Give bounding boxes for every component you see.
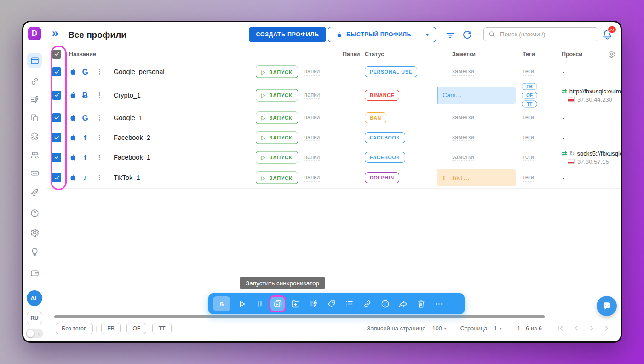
tags-link[interactable]: теги xyxy=(523,174,534,182)
column-settings-button[interactable] xyxy=(608,50,615,58)
sidebar-collapse-icon[interactable]: » xyxy=(52,28,58,39)
launch-button[interactable]: ▷ЗАПУСК xyxy=(256,151,298,163)
delete-button[interactable] xyxy=(412,293,430,314)
header-notes[interactable]: Заметки xyxy=(452,51,476,58)
bulk-start-button[interactable] xyxy=(233,293,251,314)
tag-filter-button[interactable]: OF xyxy=(126,323,146,334)
folders-link[interactable]: папки xyxy=(304,68,320,76)
select-all-checkbox[interactable] xyxy=(52,50,61,59)
proxy-rotate-icon[interactable]: ↻ xyxy=(569,150,575,156)
row-menu-icon[interactable]: ⋮ xyxy=(96,91,103,99)
launch-button[interactable]: ▷ЗАПУСК xyxy=(256,111,298,124)
row-checkbox[interactable] xyxy=(52,67,61,76)
sidebar-item-proxy[interactable] xyxy=(27,74,42,88)
header-proxy[interactable]: Прокси xyxy=(562,51,582,58)
notes-link[interactable]: заметки xyxy=(452,114,474,121)
status-badge[interactable]: FACEBOOK xyxy=(365,132,405,143)
profile-name[interactable]: TikTok_1 xyxy=(114,174,140,181)
share-button[interactable] xyxy=(394,293,412,314)
page-select[interactable]: 1▾ xyxy=(494,325,502,332)
proxy-cell[interactable]: ⇄↻socks5://fbxusqic:eu 37.30.57.15 xyxy=(562,150,622,165)
quick-profile-dropdown[interactable]: ▾ xyxy=(419,27,436,42)
assign-tag-button[interactable] xyxy=(322,293,340,314)
header-tags[interactable]: Теги xyxy=(523,51,535,58)
row-checkbox[interactable] xyxy=(52,113,61,122)
row-menu-icon[interactable]: ⋮ xyxy=(96,114,103,122)
theme-toggle[interactable]: ☼ xyxy=(26,329,43,338)
launch-button[interactable]: ▷ЗАПУСК xyxy=(256,131,298,144)
sidebar-item-wallet[interactable] xyxy=(27,266,42,280)
row-menu-icon[interactable]: ⋮ xyxy=(96,173,103,182)
status-badge[interactable]: FACEBOOK xyxy=(365,152,405,163)
status-badge[interactable]: PERSONAL USE xyxy=(365,66,417,77)
launch-button[interactable]: ▷ЗАПУСК xyxy=(256,172,298,184)
support-chat-button[interactable] xyxy=(597,296,617,316)
cookies-button[interactable] xyxy=(376,293,394,314)
first-page-icon[interactable] xyxy=(557,324,564,332)
note-preview[interactable]: Cam… xyxy=(437,87,516,104)
row-menu-icon[interactable]: ⋮ xyxy=(96,153,103,162)
quick-profile-button[interactable]: БЫСТРЫЙ ПРОФИЛЬ ▾ xyxy=(328,27,436,42)
sidebar-item-api[interactable]: API xyxy=(27,166,42,180)
sidebar-item-ideas[interactable] xyxy=(27,244,42,259)
bulk-edit-list-button[interactable] xyxy=(340,293,358,314)
launch-button[interactable]: ▷ЗАПУСК xyxy=(256,66,298,78)
launch-button[interactable]: ▷ЗАПУСК xyxy=(256,89,298,101)
folders-link[interactable]: папки xyxy=(304,153,320,161)
status-badge[interactable]: BAN xyxy=(365,112,386,123)
next-page-icon[interactable] xyxy=(588,324,596,332)
search-input[interactable] xyxy=(499,30,594,38)
status-badge[interactable]: DOLPHIN xyxy=(365,172,399,183)
filter-button[interactable] xyxy=(445,29,456,40)
profile-name[interactable]: Facebook_2 xyxy=(114,134,150,141)
sidebar-item-extensions[interactable] xyxy=(27,129,42,144)
refresh-button[interactable] xyxy=(461,29,472,40)
no-tags-filter-button[interactable]: Без тегов xyxy=(56,323,93,334)
create-profile-button[interactable]: СОЗДАТЬ ПРОФИЛЬ xyxy=(249,27,326,42)
row-checkbox[interactable] xyxy=(52,133,61,142)
quick-profile-main[interactable]: БЫСТРЫЙ ПРОФИЛЬ xyxy=(328,27,419,42)
last-page-icon[interactable] xyxy=(604,324,611,332)
sidebar-item-automation[interactable] xyxy=(27,92,42,107)
header-status[interactable]: Статус xyxy=(365,51,384,58)
tag-pill[interactable]: TT xyxy=(522,100,537,107)
automation-button[interactable] xyxy=(305,293,322,314)
sidebar-item-help[interactable] xyxy=(27,206,42,220)
header-name[interactable]: Название xyxy=(69,51,96,58)
profile-name[interactable]: Facebook_1 xyxy=(114,154,150,161)
folders-link[interactable]: папки xyxy=(304,133,320,141)
profile-name[interactable]: Google_1 xyxy=(114,114,143,121)
tag-filter-button[interactable]: FB xyxy=(101,323,121,334)
tags-link[interactable]: теги xyxy=(523,114,534,121)
sidebar-item-profiles[interactable] xyxy=(27,53,42,68)
profile-name[interactable]: Google_personal xyxy=(114,68,164,75)
tags-link[interactable]: теги xyxy=(523,133,534,141)
sidebar-item-copies[interactable] xyxy=(27,110,42,125)
row-checkbox[interactable] xyxy=(52,173,61,182)
language-button[interactable]: RU xyxy=(27,312,42,324)
assign-proxy-button[interactable] xyxy=(358,293,376,314)
tags-link[interactable]: теги xyxy=(523,153,534,161)
proxy-cell[interactable]: ⇄http://fbxusqic:eulmjknh 37.30.44.230 xyxy=(562,87,622,103)
header-folders[interactable]: Папки xyxy=(343,51,360,58)
bulk-pause-button[interactable] xyxy=(251,293,269,314)
user-avatar[interactable]: AL xyxy=(27,290,42,306)
sidebar-item-settings[interactable] xyxy=(27,225,42,240)
prev-page-icon[interactable] xyxy=(572,324,580,332)
status-badge[interactable]: BINANCE xyxy=(365,90,399,101)
notes-link[interactable]: заметки xyxy=(452,153,474,161)
per-page-select[interactable]: 100▾ xyxy=(432,325,446,332)
add-to-folder-button[interactable] xyxy=(287,293,305,314)
notes-link[interactable]: заметки xyxy=(452,68,474,76)
more-actions-button[interactable] xyxy=(430,293,448,314)
tag-pill[interactable]: FB xyxy=(522,83,537,90)
row-checkbox[interactable] xyxy=(52,91,61,100)
tag-pill[interactable]: OF xyxy=(522,92,537,98)
row-menu-icon[interactable]: ⋮ xyxy=(96,68,103,76)
sidebar-item-team[interactable] xyxy=(27,147,42,162)
tags-link[interactable]: теги xyxy=(523,68,534,76)
profile-name[interactable]: Crypto_1 xyxy=(114,92,141,99)
search-box[interactable] xyxy=(483,27,598,41)
row-checkbox[interactable] xyxy=(52,153,61,162)
sync-launcher-button[interactable] xyxy=(269,293,287,314)
